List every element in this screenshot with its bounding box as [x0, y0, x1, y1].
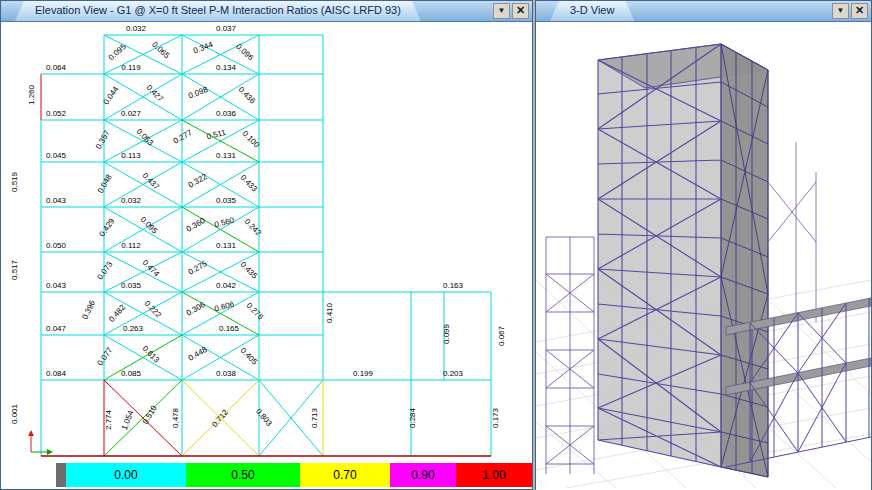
ratio-label: 0.035	[216, 196, 237, 205]
elevation-title: Elevation View - G1 @ X=0 ft Steel P-M I…	[35, 4, 401, 16]
elevation-canvas[interactable]: 0.0320.0370.0950.0650.3440.0960.0640.119…	[1, 22, 532, 462]
ratio-label: 0.448	[187, 345, 209, 363]
ratio-label: 0.322	[187, 172, 209, 190]
ratio-label: 0.134	[216, 63, 237, 72]
view-3d-canvas[interactable]	[536, 22, 871, 490]
ratio-label: 0.131	[216, 241, 237, 250]
ratio-label: 0.027	[121, 109, 142, 118]
ratio-label: 0.482	[107, 302, 127, 323]
ratio-label: 0.517	[10, 259, 19, 280]
ratio-label: 0.096	[234, 42, 255, 62]
ratio-label: 0.131	[216, 151, 237, 160]
ratio-label: 0.100	[241, 129, 262, 150]
ratio-label: 1.260	[27, 84, 36, 105]
view-3d-titlebar[interactable]: 3-D View ▼ ✕	[536, 1, 871, 22]
ratio-label: 0.067	[497, 325, 506, 346]
ratio-label: 0.077	[96, 345, 115, 367]
elevation-title-tab: Elevation View - G1 @ X=0 ft Steel P-M I…	[15, 1, 421, 21]
ratio-label: 0.242	[243, 217, 264, 238]
ratio-label: 0.284	[408, 407, 417, 428]
ratio-labels-layer: 0.0320.0370.0950.0650.3440.0960.0640.119…	[10, 24, 506, 431]
ratio-label: 0.436	[237, 85, 258, 106]
ratio-label: 0.098	[187, 85, 209, 100]
ratio-label: 0.360	[185, 216, 207, 234]
ratio-label: 0.099	[442, 323, 451, 344]
view-3d-title-tab: 3-D View	[550, 1, 634, 21]
tower-front-wall	[598, 44, 721, 467]
ratio-label: 0.510	[141, 403, 159, 425]
ratio-label: 0.037	[216, 24, 237, 33]
ratio-label: 0.064	[46, 63, 67, 72]
ratio-label: 0.042	[216, 281, 237, 290]
ratio-label: 0.045	[46, 151, 67, 160]
view-3d-title: 3-D View	[570, 4, 614, 16]
window-menu-button[interactable]: ▼	[493, 3, 510, 19]
legend-segment: 0.90	[390, 463, 456, 487]
ratio-label: 0.429	[98, 216, 117, 238]
view-3d-titlebar-buttons: ▼ ✕	[829, 1, 871, 21]
ratio-label: 0.478	[171, 407, 180, 428]
ratio-label: 0.032	[126, 24, 147, 33]
window-close-button[interactable]: ✕	[851, 3, 868, 19]
ratio-label: 0.032	[121, 196, 142, 205]
legend-segment: 0.70	[300, 463, 390, 487]
ratio-label: 0.043	[46, 281, 67, 290]
legend-segment: 0.00	[66, 463, 186, 487]
ratio-label: 0.713	[310, 407, 319, 428]
ratio-label: 0.263	[123, 324, 144, 333]
interior-frame-hints	[768, 142, 816, 322]
ratio-label: 0.277	[172, 128, 194, 146]
ratio-label: 0.073	[96, 259, 115, 281]
tower-side-wall	[721, 44, 768, 477]
ratio-label: 0.119	[121, 63, 141, 72]
ratio-label: 0.085	[121, 369, 142, 378]
ratio-label: 0.048	[96, 172, 114, 194]
ratio-label: 0.405	[239, 346, 260, 367]
elevation-titlebar[interactable]: Elevation View - G1 @ X=0 ft Steel P-M I…	[1, 1, 532, 22]
ratio-label: 0.113	[121, 151, 141, 160]
legend-segment: 0.50	[186, 463, 300, 487]
ratio-label: 0.163	[443, 281, 464, 290]
ratio-label: 0.112	[121, 241, 141, 250]
window-menu-button[interactable]: ▼	[832, 3, 849, 19]
ratio-label: 0.275	[187, 259, 209, 277]
ratio-label: 0.306	[185, 300, 207, 318]
ratio-label: 0.519	[10, 171, 19, 192]
ratio-label: 0.038	[216, 369, 237, 378]
ratio-label: 0.199	[353, 369, 374, 378]
ratio-label: 0.095	[107, 42, 128, 62]
window-close-button[interactable]: ✕	[512, 3, 529, 19]
ratio-label: 0.084	[46, 369, 67, 378]
ratio-label: 0.173	[491, 407, 500, 428]
ratio-label: 0.065	[150, 40, 171, 60]
ratio-label: 0.396	[80, 298, 97, 320]
elevation-view-window: Elevation View - G1 @ X=0 ft Steel P-M I…	[0, 0, 533, 490]
ratio-label: 0.053	[135, 127, 156, 148]
ratio-label: 0.276	[245, 301, 266, 322]
ratio-label: 0.050	[46, 241, 67, 250]
elevation-titlebar-buttons: ▼ ✕	[490, 1, 532, 21]
view-3d-window: 3-D View ▼ ✕	[535, 0, 872, 490]
ratio-label: 0.043	[46, 196, 67, 205]
frame-members-high-ratio	[182, 380, 323, 456]
ratio-label: 0.052	[46, 109, 67, 118]
ratio-label: 0.410	[325, 302, 334, 323]
ratio-label: 0.035	[121, 281, 142, 290]
ratio-label: 0.357	[94, 128, 112, 150]
legend-bar: 0.000.500.700.901.00	[56, 463, 532, 487]
ratio-label: 2.774	[104, 409, 113, 430]
ratio-label: 0.433	[239, 173, 260, 194]
legend-start-cap	[56, 463, 66, 487]
ratio-label: 0.222	[143, 299, 164, 320]
ratio-label: 0.803	[254, 407, 274, 429]
ratio-label: 0.203	[443, 369, 464, 378]
ratio-label: 0.047	[46, 324, 67, 333]
rear-left-frame	[546, 237, 594, 474]
ratio-label: 0.001	[10, 403, 19, 424]
ratio-label: 0.165	[219, 324, 240, 333]
ratio-label: 0.435	[239, 260, 260, 281]
legend-segment: 1.00	[456, 463, 532, 487]
ratio-label: 0.036	[216, 109, 237, 118]
